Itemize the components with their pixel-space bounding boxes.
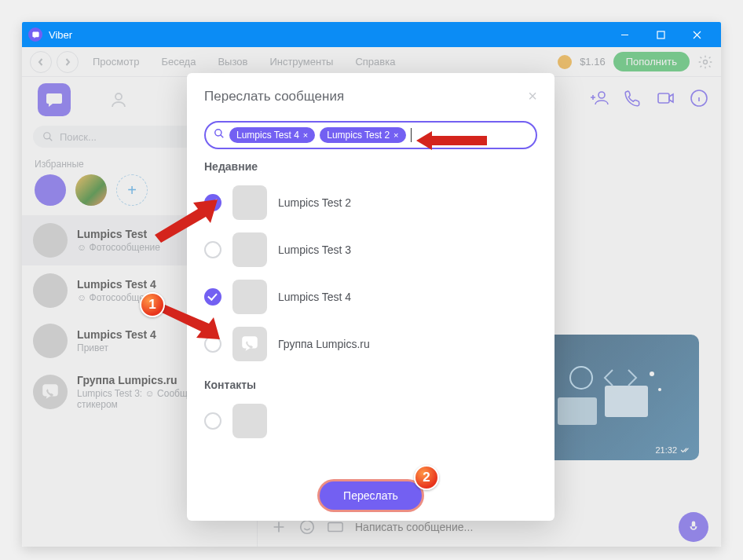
avatar [232,327,267,361]
svg-point-14 [215,130,221,136]
contact-row[interactable]: Lumpics Test 2 [187,179,555,226]
section-recent-label: Недавние [187,160,555,173]
maximize-button[interactable] [642,22,679,47]
contact-row[interactable]: Lumpics Test 3 [187,226,555,273]
avatar [232,185,267,220]
chip-remove-icon[interactable]: × [393,130,398,140]
viber-logo-icon [28,27,42,42]
contact-row[interactable] [187,397,555,445]
titlebar: Viber [22,22,721,47]
recent-list: Lumpics Test 2 Lumpics Test 3 Lumpics Te… [187,179,555,470]
avatar [232,404,267,438]
search-chip[interactable]: Lumpics Test 2× [320,127,405,143]
search-chip[interactable]: Lumpics Test 4× [229,127,315,143]
annotation-badge-1: 1 [140,292,165,317]
annotation-arrow [416,131,487,153]
forward-modal: Переслать сообщения × Lumpics Test 4× Lu… [187,73,555,521]
search-icon [214,128,225,142]
annotation-badge-2: 2 [414,465,439,490]
contact-name: Lumpics Test 2 [278,196,351,209]
forward-button[interactable]: Переслать [320,481,422,510]
minimize-button[interactable] [606,22,642,47]
chip-remove-icon[interactable]: × [303,130,308,140]
checkbox-unchecked[interactable] [204,412,221,430]
text-cursor [411,128,412,142]
close-window-button[interactable] [679,22,715,47]
annotation-arrow [157,306,220,341]
window-title: Viber [49,29,606,41]
contact-row[interactable]: Группа Lumpics.ru [187,320,555,368]
avatar [232,232,267,267]
section-contacts-label: Контакты [187,379,555,391]
modal-search[interactable]: Lumpics Test 4× Lumpics Test 2× [204,121,537,149]
annotation-arrow [151,206,218,244]
svg-rect-0 [657,31,664,38]
contact-row[interactable]: Lumpics Test 4 [187,273,555,320]
checkbox-checked[interactable] [204,288,221,306]
contact-name: Группа Lumpics.ru [278,338,370,350]
contact-name: Lumpics Test 3 [278,243,351,256]
contact-name: Lumpics Test 4 [278,291,351,303]
avatar [232,280,267,314]
modal-close-button[interactable]: × [528,87,537,105]
modal-title: Переслать сообщения [204,89,344,104]
